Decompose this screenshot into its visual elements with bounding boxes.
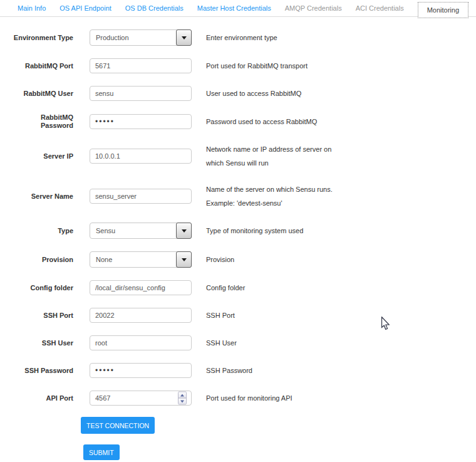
type-help: Type of monitoring system used <box>206 224 349 238</box>
ssh-password-label: SSH Password <box>0 367 73 375</box>
type-selected-value: Sensu <box>96 227 115 234</box>
rabbitmq-user-help: User used to access RabbitMQ <box>206 87 349 100</box>
test-connection-button[interactable]: TEST CONNECTION <box>81 417 155 434</box>
rabbitmq-password-help: Password used to access RabbitMQ <box>206 115 349 129</box>
environment-type-selected-value: Production <box>96 34 129 41</box>
rabbitmq-password-label: RabbitMQ Password <box>0 113 73 130</box>
tab-aci-credentials[interactable]: ACI Credentials <box>356 4 404 12</box>
tab-os-api-endpoint[interactable]: OS API Endpoint <box>59 4 111 12</box>
stepper-down-icon[interactable] <box>178 398 187 405</box>
tab-amqp-credentials[interactable]: AMQP Credentials <box>285 4 342 12</box>
provision-selected-value: None <box>96 256 112 263</box>
rabbitmq-port-label: RabbitMQ Port <box>0 62 73 70</box>
tab-os-db-credentials[interactable]: OS DB Credentials <box>125 4 184 12</box>
field-row-rabbitmq-user: RabbitMQ User User used to access Rabbit… <box>0 86 476 101</box>
number-stepper <box>178 392 187 405</box>
type-label: Type <box>0 227 73 235</box>
ssh-user-input[interactable] <box>90 335 192 350</box>
ssh-password-input[interactable] <box>90 363 192 378</box>
provision-label: Provision <box>0 256 73 264</box>
ssh-user-label: SSH User <box>0 339 73 347</box>
server-name-input[interactable] <box>90 189 192 204</box>
field-row-server-ip: Server IP Network name or IP address of … <box>0 142 476 170</box>
environment-type-label: Environment Type <box>0 34 73 42</box>
server-ip-help: Network name or IP address of server on … <box>206 142 349 170</box>
ssh-port-input[interactable] <box>90 308 192 323</box>
server-name-label: Server Name <box>0 192 73 201</box>
field-row-rabbitmq-port: RabbitMQ Port Port used for RabbitMQ tra… <box>0 58 476 73</box>
ssh-port-label: SSH Port <box>0 312 73 320</box>
field-row-ssh-port: SSH Port SSH Port <box>0 308 476 323</box>
config-folder-label: Config folder <box>0 284 73 292</box>
server-ip-label: Server IP <box>0 152 73 160</box>
ssh-password-help: SSH Password <box>206 364 349 377</box>
field-row-config-folder: Config folder Config folder <box>0 280 476 295</box>
tab-main-info[interactable]: Main Info <box>18 4 46 12</box>
rabbitmq-port-help: Port used for RabbitMQ transport <box>206 59 349 73</box>
rabbitmq-user-label: RabbitMQ User <box>0 90 73 98</box>
rabbitmq-user-input[interactable] <box>90 86 192 101</box>
monitoring-settings-page: Main Info OS API Endpoint OS DB Credenti… <box>0 0 476 462</box>
field-row-rabbitmq-password: RabbitMQ Password Password used to acces… <box>0 113 476 130</box>
submit-button[interactable]: SUBMIT <box>83 444 120 460</box>
chevron-down-icon[interactable] <box>176 251 192 268</box>
provision-select[interactable]: None <box>90 251 192 268</box>
field-row-server-name: Server Name Name of the server on which … <box>0 182 476 210</box>
server-ip-input[interactable] <box>90 149 192 164</box>
type-select[interactable]: Sensu <box>90 223 192 239</box>
field-row-ssh-user: SSH User SSH User <box>0 335 476 350</box>
config-folder-input[interactable] <box>90 280 192 295</box>
tab-master-host-credentials[interactable]: Master Host Credentials <box>197 4 271 12</box>
field-row-provision: Provision None Provision <box>0 251 476 268</box>
chevron-down-icon[interactable] <box>176 29 192 46</box>
server-name-help: Name of the server on which Sensu runs. … <box>206 182 349 210</box>
config-folder-help: Config folder <box>206 281 349 295</box>
ssh-user-help: SSH User <box>206 336 349 350</box>
ssh-port-help: SSH Port <box>206 308 349 322</box>
api-port-help: Port used for monitoring API <box>206 391 349 405</box>
chevron-down-icon[interactable] <box>176 223 192 239</box>
rabbitmq-password-input[interactable] <box>90 114 192 129</box>
tab-monitoring[interactable]: Monitoring <box>418 2 468 18</box>
field-row-ssh-password: SSH Password SSH Password <box>0 363 476 378</box>
monitoring-form: Environment Type Production Enter enviro… <box>0 29 476 460</box>
api-port-input[interactable] <box>90 391 192 406</box>
environment-type-help: Enter environment type <box>206 31 349 45</box>
field-row-environment-type: Environment Type Production Enter enviro… <box>0 29 476 46</box>
environment-type-select[interactable]: Production <box>90 29 192 46</box>
tab-bar: Main Info OS API Endpoint OS DB Credenti… <box>0 0 476 17</box>
api-port-label: API Port <box>0 394 73 402</box>
field-row-type: Type Sensu Type of monitoring system use… <box>0 223 476 239</box>
rabbitmq-port-input[interactable] <box>90 58 192 73</box>
provision-help: Provision <box>206 253 349 266</box>
field-row-api-port: API Port Port used for monitoring API <box>0 391 476 406</box>
